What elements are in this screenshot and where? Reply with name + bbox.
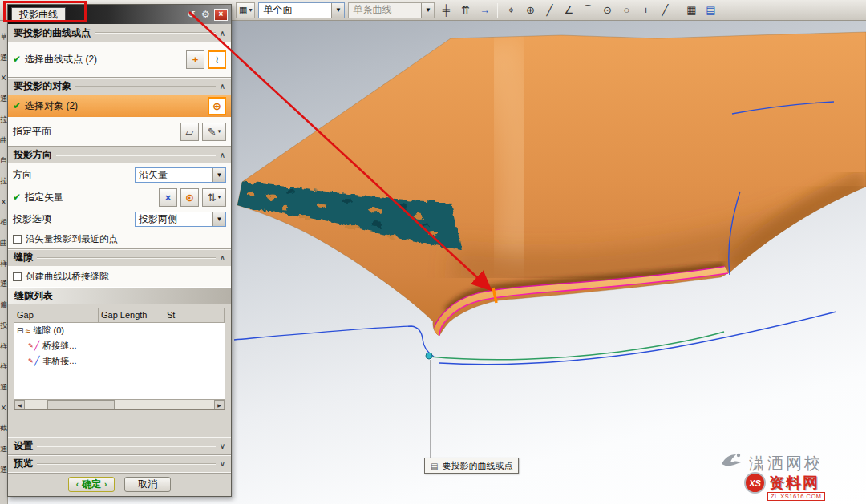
plane-dialog-icon[interactable]: ✎ ▾ [202,123,226,141]
gap-root-label: 缝隙 (0) [33,325,64,337]
watermark-brand-name: 资料网 [769,473,819,494]
plane-icon[interactable]: ▱ [180,123,199,141]
snap-endpoint-icon[interactable]: ⊕ [522,2,538,18]
projection-option-dropdown[interactable]: ▼ [212,212,225,226]
reset-icon[interactable]: ↺ [185,9,197,20]
bridge-gap-checkbox[interactable] [13,272,22,281]
specify-vector-row[interactable]: ✔ 指定矢量 × ⊙ ⇅ ▾ [8,186,231,208]
nonbridged-label: 非桥接... [42,355,76,367]
snap-angle-icon[interactable]: ∠ [560,2,577,18]
gear-icon[interactable]: ⚙ [200,9,212,20]
snap-midpoint-icon[interactable]: ╱ [541,2,557,18]
collapse-chevron-icon[interactable]: ∧ [220,29,225,38]
chevron-down-icon[interactable]: ▾ [218,128,221,135]
section-header-objects[interactable]: 要投影的对象 ∧ [8,77,231,95]
table-hscrollbar[interactable]: ◀ ▶ [14,399,225,409]
header-divider [95,32,216,34]
scroll-left-icon[interactable]: ◀ [14,400,25,409]
select-curve-row[interactable]: ✔ 选择曲线或点 (2) + ≀ [8,42,231,77]
projection-option-combo[interactable]: 投影两侧 ▼ [135,212,226,227]
column-gap[interactable]: Gap [14,308,99,322]
specify-plane-row[interactable]: 指定平面 ▱ ✎ ▾ [8,117,231,146]
pencil-mark-icon: ✎ [28,342,34,349]
vector-point-icon[interactable]: ⊙ [180,188,199,207]
scroll-right-icon[interactable]: ▶ [214,400,225,409]
select-object-row[interactable]: ✔ 选择对象 (2) ⊕ [8,95,231,117]
snap-tangent-icon[interactable]: ╱ [657,2,673,18]
header-divider [75,86,216,87]
gap-list-title: 缝隙列表 [8,287,231,304]
ok-button[interactable]: ‹ 确定 › [68,477,115,492]
snap-arc-icon[interactable]: ⌒ [580,2,596,18]
header-divider [37,257,216,259]
tree-collapse-icon[interactable]: ⊟ [17,326,23,335]
direction-dropdown[interactable]: ▼ [212,168,225,182]
snap-center-icon[interactable]: ⊙ [599,2,615,18]
direction-row: 方向 沿矢量 ▼ [8,163,231,186]
vector-flip-icon[interactable]: ⇅ ▾ [202,188,226,207]
gap-list-table: Gap Gap Length St ⊟ ≈ 缝隙 (0) ✎ ╱ 桥接缝... … [14,308,225,410]
ok-right-arrow-icon: › [104,480,107,489]
curve-rule-dropdown: ▼ [421,3,434,18]
datum-icon[interactable]: ⇈ [457,2,473,18]
curve-selection-icon[interactable]: ≀ [208,50,226,69]
section-header-preview[interactable]: 预览 ∨ [8,454,231,472]
table-row-bridged[interactable]: ✎ ╱ 桥接缝... [14,338,225,353]
document-icon[interactable]: ▤ [702,2,718,18]
chevron-down-icon[interactable]: ▾ [218,194,221,200]
grid-icon[interactable]: ▦ [683,2,699,18]
ok-label: 确定 [82,478,101,491]
xs-logo-icon: XS [744,472,766,494]
selection-tooltip-label: 要投影的曲线或点 [442,460,512,472]
table-row-gap-root[interactable]: ⊟ ≈ 缝隙 (0) [14,323,225,338]
ok-left-arrow-icon: ‹ [76,480,79,489]
collapse-chevron-icon[interactable]: ∧ [220,151,225,159]
cancel-button[interactable]: 取消 [124,477,171,492]
selection-scope-button[interactable]: ▦ ▾ [236,2,255,18]
table-row-empty [14,369,225,384]
expand-chevron-icon[interactable]: ∨ [220,442,225,450]
bridged-label: 桥接缝... [42,340,76,352]
direction-combo[interactable]: 沿矢量 ▼ [135,167,226,183]
curve-rule-combo: 单条曲线 ▼ [348,2,435,18]
bridge-gap-row[interactable]: 创建曲线以桥接缝隙 [8,266,231,287]
section-header-direction[interactable]: 投影方向 ∧ [8,146,231,163]
scroll-track[interactable] [25,400,214,409]
two-point-vector-icon[interactable]: × [159,188,177,207]
section-label: 投影方向 [14,148,52,162]
face-rule-dropdown[interactable]: ▼ [331,3,344,18]
select-object-icon[interactable]: ⊕ [208,97,226,115]
add-curve-icon[interactable]: + [186,50,204,69]
section-header-settings[interactable]: 设置 ∨ [8,437,231,454]
scroll-thumb[interactable] [47,400,115,409]
nearest-point-checkbox[interactable] [13,235,22,244]
nearest-point-row[interactable]: 沿矢量投影到最近的点 [8,229,231,248]
dialog-button-row: ‹ 确定 › 取消 [8,472,231,496]
snap-point-icon[interactable]: ⌖ [503,2,519,18]
direction-value: 沿矢量 [136,168,212,182]
section-header-gap[interactable]: 缝隙 ∧ [8,248,231,266]
snap-intersection-icon[interactable]: + [637,2,654,18]
collapse-chevron-icon[interactable]: ∧ [220,82,225,91]
face-rule-value: 单个面 [259,3,331,17]
section-label: 缝隙 [14,251,33,264]
bridge-gap-label: 创建曲线以桥接缝隙 [26,271,109,283]
snap-quadrant-icon[interactable]: ○ [618,2,634,18]
section-header-curves[interactable]: 要投影的曲线或点 ∧ [8,24,231,42]
check-icon: ✔ [13,54,21,65]
column-status[interactable]: St [164,308,225,322]
gap-node-icon: ≈ [25,326,30,336]
check-icon: ✔ [13,192,21,203]
face-rule-combo[interactable]: 单个面 ▼ [258,2,345,18]
pencil-icon: ✎ [208,126,216,138]
specify-vector-label: 指定矢量 [25,191,63,204]
expand-chevron-icon[interactable]: ∨ [220,459,225,468]
projection-option-value: 投影两侧 [136,212,212,226]
point-constructor-icon[interactable]: ╪ [438,2,454,18]
close-icon[interactable]: × [214,9,228,21]
arrow-icon[interactable]: → [476,2,492,18]
select-curve-label: 选择曲线或点 (2) [25,53,97,67]
table-row-nonbridged[interactable]: ✎ ╱ 非桥接... [14,353,225,369]
column-gap-length[interactable]: Gap Length [99,308,164,322]
collapse-chevron-icon[interactable]: ∧ [220,253,225,262]
